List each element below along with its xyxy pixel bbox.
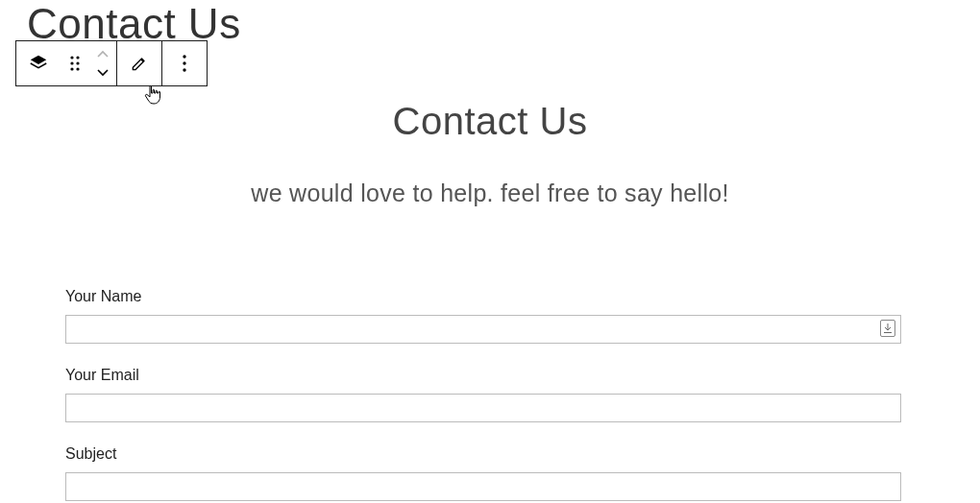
field-name: Your Name [65, 288, 901, 344]
main-heading: Contact Us [0, 100, 980, 143]
contact-form: Your Name Your Email Subject [65, 288, 901, 503]
block-toolbar [15, 40, 208, 86]
subheading: we would love to help. feel free to say … [0, 180, 980, 207]
autofill-icon[interactable] [880, 320, 895, 337]
kebab-icon [182, 54, 187, 73]
toolbar-group-edit [116, 40, 162, 86]
chevron-up-icon [96, 46, 110, 63]
email-input[interactable] [65, 394, 901, 422]
svg-point-4 [70, 67, 73, 70]
toolbar-group-block [15, 40, 117, 86]
svg-point-8 [183, 68, 185, 71]
email-label: Your Email [65, 367, 901, 384]
subject-input[interactable] [65, 472, 901, 501]
svg-point-7 [183, 61, 185, 64]
options-button[interactable] [162, 41, 207, 85]
pencil-icon [130, 54, 149, 73]
name-label: Your Name [65, 288, 901, 305]
chevron-down-icon [96, 63, 110, 81]
drag-handle-button[interactable] [61, 41, 89, 85]
block-movers [89, 41, 116, 85]
drag-handle-icon [68, 55, 82, 72]
svg-point-2 [70, 61, 73, 64]
svg-point-5 [76, 67, 79, 70]
main-content: Contact Us we would love to help. feel f… [0, 100, 980, 207]
move-down-button[interactable] [89, 63, 116, 81]
name-input[interactable] [65, 315, 901, 344]
field-subject: Subject [65, 445, 901, 501]
field-email: Your Email [65, 367, 901, 422]
svg-point-0 [70, 56, 73, 59]
toolbar-group-options [161, 40, 208, 86]
svg-point-3 [76, 61, 79, 64]
layers-icon [28, 53, 49, 74]
subject-label: Subject [65, 445, 901, 463]
block-type-button[interactable] [16, 41, 61, 85]
svg-point-1 [76, 56, 79, 59]
edit-button[interactable] [117, 41, 161, 85]
move-up-button[interactable] [89, 46, 116, 63]
svg-point-6 [183, 55, 185, 58]
